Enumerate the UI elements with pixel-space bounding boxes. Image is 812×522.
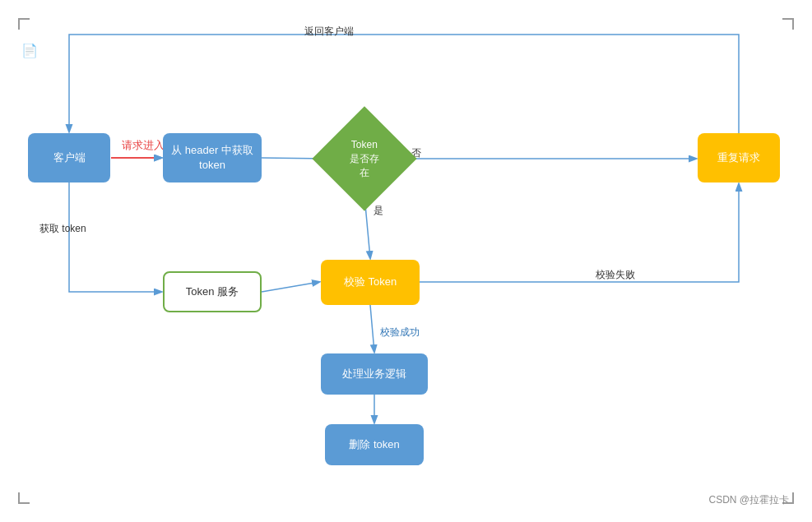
label-verify-success: 校验成功: [380, 326, 420, 340]
svg-line-5: [370, 305, 374, 352]
label-yes: 是: [374, 204, 383, 218]
doc-icon: 📄: [21, 43, 38, 58]
corner-bl: [18, 492, 30, 504]
label-get-token: 获取 token: [39, 222, 86, 236]
node-client: 客户端: [28, 133, 110, 182]
node-verify-token: 校验 Token: [321, 260, 420, 305]
node-token-service: Token 服务: [163, 271, 262, 312]
node-token-diamond: Token是否存在: [312, 106, 416, 210]
corner-tl: [18, 18, 30, 30]
node-delete-token: 删除 token: [325, 424, 424, 465]
node-get-header-token: 从 header 中获取token: [163, 133, 262, 182]
node-repeat-request: 重复请求: [698, 133, 780, 182]
corner-tr: [782, 18, 794, 30]
label-request-enter: 请求进入: [122, 138, 165, 153]
label-return-client: 返回客户端: [304, 25, 354, 39]
watermark: CSDN @拉霍拉卡: [708, 493, 789, 507]
node-process-logic: 处理业务逻辑: [321, 353, 428, 395]
svg-line-4: [262, 282, 319, 292]
label-verify-fail: 校验失败: [596, 268, 635, 282]
